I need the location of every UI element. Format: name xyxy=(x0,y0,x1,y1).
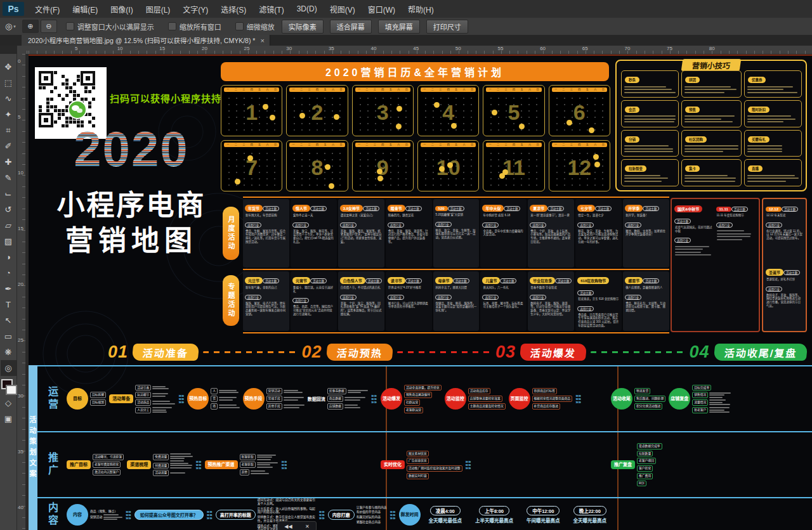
blur-tool[interactable]: ◑ xyxy=(1,249,16,265)
mindmap-item: 货 xyxy=(211,396,218,402)
color-swatches[interactable] xyxy=(1,378,16,395)
hruler-number: 30 xyxy=(286,46,292,51)
industry-tag: 适用行业 xyxy=(766,223,782,228)
theme-text: 爱你不止这一天 xyxy=(293,214,335,217)
pen-tool[interactable]: ✒ xyxy=(1,281,16,297)
menu-item-6[interactable]: 滤镜(T) xyxy=(253,1,289,17)
event-dot xyxy=(396,124,402,129)
quick-mask-icon[interactable]: ◇ xyxy=(1,395,16,411)
option-button-2[interactable]: 填充屏幕 xyxy=(378,20,420,34)
screen-mode-icon[interactable]: ▣ xyxy=(1,411,16,427)
activity-label: 开学季 xyxy=(625,205,643,212)
mindmap-item: 人 xyxy=(211,388,218,394)
node-question: 如何提高公众号图文打开率？ xyxy=(134,510,204,520)
checkbox-icon[interactable] xyxy=(168,22,176,30)
gradient-tool[interactable]: ▨ xyxy=(1,233,16,249)
industry-text: 食品、个护、美妆、水上玩具、小家电等，加突出避暑类的产品专场，主推夏季不遮挡，还… xyxy=(530,229,572,244)
theme-tag: 活动主题 xyxy=(405,206,422,211)
checkbox-icon[interactable] xyxy=(66,22,74,30)
mindmap-item: 拉新数量 xyxy=(637,451,653,457)
rewind-button[interactable]: ◀◀ xyxy=(284,524,292,529)
option-button-1[interactable]: 适合屏幕 xyxy=(330,20,372,34)
theme-tag: 活动主题 xyxy=(547,206,564,211)
option-checkbox-2[interactable]: 细微缩放 xyxy=(235,22,275,32)
option-checkbox-1[interactable]: 缩放所有窗口 xyxy=(168,22,221,32)
zoom-tool[interactable]: ◎ xyxy=(1,360,16,376)
event-dot xyxy=(329,183,334,189)
mindmap-item: 常规手段 xyxy=(266,396,282,402)
eraser-tool[interactable]: ▱ xyxy=(1,217,16,233)
close-button[interactable]: ✕ xyxy=(305,524,310,529)
eyedropper-tool[interactable]: ✐ xyxy=(1,138,16,154)
option-button-0[interactable]: 实际像素 xyxy=(282,20,324,34)
menu-item-7[interactable]: 3D(D) xyxy=(291,2,323,16)
mindmap-item: 图文素材优化 xyxy=(407,451,429,457)
activity-label: 感恩节 xyxy=(625,277,643,284)
marquee-tool[interactable]: ⬚ xyxy=(1,75,16,91)
theme-text: 圣诞狂欢，好礼不打烊 xyxy=(766,278,803,281)
brush-tool[interactable]: ✎ xyxy=(1,170,16,186)
menu-item-9[interactable]: 窗口(W) xyxy=(362,1,401,17)
theme-text: 情定一生，浪漫七夕 xyxy=(578,214,620,217)
dodge-tool[interactable]: ◔ xyxy=(1,265,16,281)
zoom-tool-icon[interactable]: ◎▾ xyxy=(5,22,16,31)
activity-label: 520 xyxy=(435,206,448,211)
history-brush-tool[interactable]: ↺ xyxy=(1,202,16,217)
row-label: 运营 xyxy=(37,366,67,431)
event-dot xyxy=(263,104,268,110)
theme-text: 集福卡、猜灯谜，元宵佳节送好礼 xyxy=(293,286,335,293)
zoom-out-button[interactable]: ⊖ xyxy=(41,20,57,33)
industry-tag: 适用行业 xyxy=(388,223,404,228)
option-checkbox-0[interactable]: 调整窗口大小以满屏显示 xyxy=(66,22,154,32)
tip-label: 分销 xyxy=(625,136,639,143)
calendar-weekday-header: 一二三四五六日 xyxy=(421,87,476,92)
crop-tool[interactable]: ⌗ xyxy=(1,122,16,138)
move-tool[interactable]: ✥ xyxy=(1,59,16,75)
activity-label: 母亲节 xyxy=(435,277,453,284)
hand-tool[interactable]: ❋ xyxy=(1,344,16,360)
healing-brush-tool[interactable]: ✚ xyxy=(1,154,16,170)
activity-label: 元旦节 xyxy=(245,277,263,284)
hruler-number: 55 xyxy=(498,46,504,51)
shape-tool[interactable]: ▭ xyxy=(1,328,16,344)
mindmap-item: 主题商品流量及转化情况 xyxy=(468,403,506,410)
mindmap-item: 活动全面放量，提升转化 xyxy=(404,385,442,391)
path-select-tool[interactable]: ↖ xyxy=(1,313,16,328)
calendar-month-4: 一二三四五六日4 xyxy=(417,85,479,136)
activity-card: 年中大促活动主题年中购好货 疯狂 6.18适用行业全品类，是年中优惠力度最强的大… xyxy=(480,199,527,268)
document-tab[interactable]: 2020小程序电商营销地图.jpg @ 12.5% (扫码可以获得小程序扶持, … xyxy=(22,35,270,46)
menu-item-3[interactable]: 图层(L) xyxy=(140,1,176,17)
menu-item-4[interactable]: 文字(Y) xyxy=(177,1,214,17)
tip-label: 直播 xyxy=(748,165,763,172)
background-color[interactable] xyxy=(6,385,17,395)
menu-item-0[interactable]: 文件(F) xyxy=(29,1,65,17)
checkbox-icon[interactable] xyxy=(235,22,244,30)
clone-stamp-tool[interactable]: ⌙ xyxy=(1,186,16,202)
tip-label: 拉新裂变 xyxy=(625,165,646,172)
theme-tag: 活动主题 xyxy=(310,278,327,283)
industry-text: 食品、生鲜、家居百货等，结合年轻用户消费需求：过年聚会／厚礼／送礼等，打造年货节… xyxy=(246,229,287,244)
menu-item-1[interactable]: 编辑(E) xyxy=(67,1,103,17)
calendar-month-11: 一二三四五六日11 xyxy=(483,140,544,191)
lasso-tool[interactable]: ∿ xyxy=(1,91,16,107)
mindmap-item: 其他手段 xyxy=(266,403,282,410)
mindmap-group: 活动爆发活动全面放量，提升转化预售商品尾款催付社群运营老客群运营 xyxy=(381,385,442,413)
menu-item-5[interactable]: 选择(S) xyxy=(215,1,252,17)
activity-card: 踏青节活动主题阳春四月，踏青赏花适用行业食品、美妆、服饰、旅游等，针对出行用户推… xyxy=(386,199,432,268)
mindmap-item: 店铺整体流量转化效果 xyxy=(468,396,502,402)
mindmap-item: 免费流量 xyxy=(153,454,169,460)
menu-item-10[interactable]: 帮助(H) xyxy=(402,1,440,17)
event-dot xyxy=(334,114,339,120)
tip-card-6: 分销 xyxy=(621,130,679,157)
tip-card-7: 社区团购 xyxy=(681,130,742,157)
menu-item-2[interactable]: 图像(I) xyxy=(105,1,138,17)
magic-wand-tool[interactable]: ✦ xyxy=(1,107,16,122)
type-tool[interactable]: T xyxy=(1,297,16,313)
option-button-3[interactable]: 打印尺寸 xyxy=(426,20,468,34)
tip-card-10: 集卡 xyxy=(681,159,742,186)
menu-item-8[interactable]: 视图(V) xyxy=(324,1,361,17)
zoom-in-button[interactable]: ⊕ xyxy=(22,20,39,33)
tab-close-icon[interactable]: × xyxy=(260,37,264,44)
theme-tag: 活动主题 xyxy=(310,206,327,211)
special-activities-pill: 专题活动 xyxy=(223,275,239,326)
